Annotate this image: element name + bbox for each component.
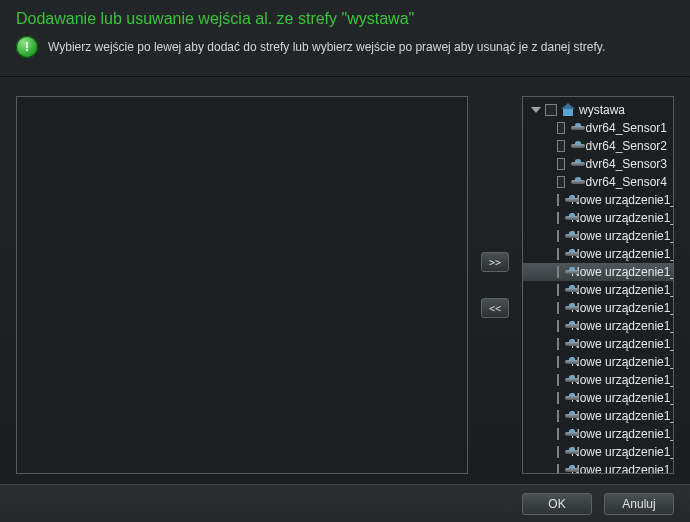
tree-item-label: Nowe urządzenie1_Sensor13: [571, 409, 673, 423]
tree-item-checkbox[interactable]: [557, 266, 559, 278]
tree-item-label: Nowe urządzenie1_Sensor11: [571, 373, 673, 387]
tree-item-checkbox[interactable]: [557, 320, 559, 332]
tree-item-label: Nowe urządzenie1_Sensor15: [571, 445, 673, 459]
tree-item-checkbox[interactable]: [557, 230, 559, 242]
tree-item[interactable]: Nowe urządzenie1_Sensor16: [523, 461, 673, 473]
home-icon: [561, 104, 575, 116]
chevron-down-icon[interactable]: [531, 107, 541, 113]
tree-item-label: Nowe urządzenie1_Sensor2: [571, 211, 673, 225]
ok-button[interactable]: OK: [522, 493, 592, 515]
tree-item-label: Nowe urządzenie1_Sensor8: [571, 319, 673, 333]
tree-item-checkbox[interactable]: [557, 176, 565, 188]
instruction-row: ! Wybierz wejście po lewej aby dodać do …: [0, 34, 690, 77]
tree-item[interactable]: Nowe urządzenie1_Sensor5: [523, 263, 673, 281]
tree-item[interactable]: Nowe urządzenie1_Sensor10: [523, 353, 673, 371]
tree-root-label: wystawa: [579, 103, 625, 117]
tree-item-checkbox[interactable]: [557, 338, 559, 350]
tree-item[interactable]: Nowe urządzenie1_Sensor11: [523, 371, 673, 389]
tree-item[interactable]: Nowe urządzenie1_Sensor15: [523, 443, 673, 461]
instruction-text: Wybierz wejście po lewej aby dodać do st…: [48, 40, 605, 54]
tree-item[interactable]: dvr64_Sensor2: [523, 137, 673, 155]
tree-item-label: Nowe urządzenie1_Sensor16: [571, 463, 673, 473]
tree-item-checkbox[interactable]: [557, 302, 559, 314]
sensor-icon: [571, 123, 580, 133]
dialog-title: Dodawanie lub usuwanie wejścia al. ze st…: [0, 0, 690, 34]
tree-item-checkbox[interactable]: [557, 194, 559, 206]
tree-item-label: Nowe urządzenie1_Sensor1: [571, 193, 673, 207]
tree-item-label: dvr64_Sensor4: [586, 175, 667, 189]
available-list-panel[interactable]: [16, 96, 468, 474]
tree-item-checkbox[interactable]: [557, 428, 559, 440]
tree-item[interactable]: dvr64_Sensor4: [523, 173, 673, 191]
zone-tree-panel: wystawa dvr64_Sensor1dvr64_Sensor2dvr64_…: [522, 96, 674, 474]
tree-root-checkbox[interactable]: [545, 104, 557, 116]
tree-item-checkbox[interactable]: [557, 374, 559, 386]
remove-from-zone-button[interactable]: <<: [481, 298, 509, 318]
dialog-footer: OK Anuluj: [0, 484, 690, 522]
tree-item-label: Nowe urządzenie1_Sensor10: [571, 355, 673, 369]
tree-item-checkbox[interactable]: [557, 248, 559, 260]
sensor-icon: [571, 159, 580, 169]
tree-root-row[interactable]: wystawa: [523, 101, 673, 119]
tree-item[interactable]: Nowe urządzenie1_Sensor12: [523, 389, 673, 407]
add-to-zone-button[interactable]: >>: [481, 252, 509, 272]
tree-item[interactable]: Nowe urządzenie1_Sensor8: [523, 317, 673, 335]
tree-item-label: Nowe urządzenie1_Sensor6: [571, 283, 673, 297]
zone-tree-wrap: wystawa dvr64_Sensor1dvr64_Sensor2dvr64_…: [522, 96, 674, 474]
tree-item-label: Nowe urządzenie1_Sensor4: [571, 247, 673, 261]
tree-item-checkbox[interactable]: [557, 158, 565, 170]
dialog-root: Dodawanie lub usuwanie wejścia al. ze st…: [0, 0, 690, 522]
tree-item[interactable]: Nowe urządzenie1_Sensor9: [523, 335, 673, 353]
tree-item-label: Nowe urządzenie1_Sensor3: [571, 229, 673, 243]
tree-item[interactable]: dvr64_Sensor1: [523, 119, 673, 137]
tree-item[interactable]: Nowe urządzenie1_Sensor2: [523, 209, 673, 227]
tree-item-label: Nowe urządzenie1_Sensor9: [571, 337, 673, 351]
tree-item-checkbox[interactable]: [557, 464, 559, 473]
tree-item-checkbox[interactable]: [557, 140, 565, 152]
sensor-icon: [571, 177, 580, 187]
tree-item-checkbox[interactable]: [557, 356, 559, 368]
tree-item-label: Nowe urządzenie1_Sensor7: [571, 301, 673, 315]
tree-item[interactable]: Nowe urządzenie1_Sensor4: [523, 245, 673, 263]
tree-item[interactable]: dvr64_Sensor3: [523, 155, 673, 173]
transfer-buttons-column: >> <<: [478, 96, 512, 474]
tree-item-label: dvr64_Sensor1: [586, 121, 667, 135]
tree-item-label: dvr64_Sensor2: [586, 139, 667, 153]
tree-item[interactable]: Nowe urządzenie1_Sensor13: [523, 407, 673, 425]
tree-item-label: Nowe urządzenie1_Sensor12: [571, 391, 673, 405]
tree-item-checkbox[interactable]: [557, 410, 559, 422]
tree-item-checkbox[interactable]: [557, 212, 559, 224]
tree-item-label: Nowe urządzenie1_Sensor5: [571, 265, 673, 279]
info-icon: !: [16, 36, 38, 58]
tree-item-label: Nowe urządzenie1_Sensor14: [571, 427, 673, 441]
tree-item-checkbox[interactable]: [557, 284, 559, 296]
tree-item-label: dvr64_Sensor3: [586, 157, 667, 171]
tree-item-checkbox[interactable]: [557, 446, 559, 458]
tree-item-checkbox[interactable]: [557, 122, 565, 134]
tree-item[interactable]: Nowe urządzenie1_Sensor7: [523, 299, 673, 317]
tree-item-checkbox[interactable]: [557, 392, 559, 404]
zone-tree-scroll[interactable]: wystawa dvr64_Sensor1dvr64_Sensor2dvr64_…: [523, 97, 673, 473]
sensor-icon: [571, 141, 580, 151]
cancel-button[interactable]: Anuluj: [604, 493, 674, 515]
tree-item[interactable]: Nowe urządzenie1_Sensor1: [523, 191, 673, 209]
dialog-body: >> << wystawa dvr64_Sensor1dvr64_Sensor2…: [0, 88, 690, 482]
tree-item[interactable]: Nowe urządzenie1_Sensor6: [523, 281, 673, 299]
tree-item[interactable]: Nowe urządzenie1_Sensor14: [523, 425, 673, 443]
tree-item[interactable]: Nowe urządzenie1_Sensor3: [523, 227, 673, 245]
